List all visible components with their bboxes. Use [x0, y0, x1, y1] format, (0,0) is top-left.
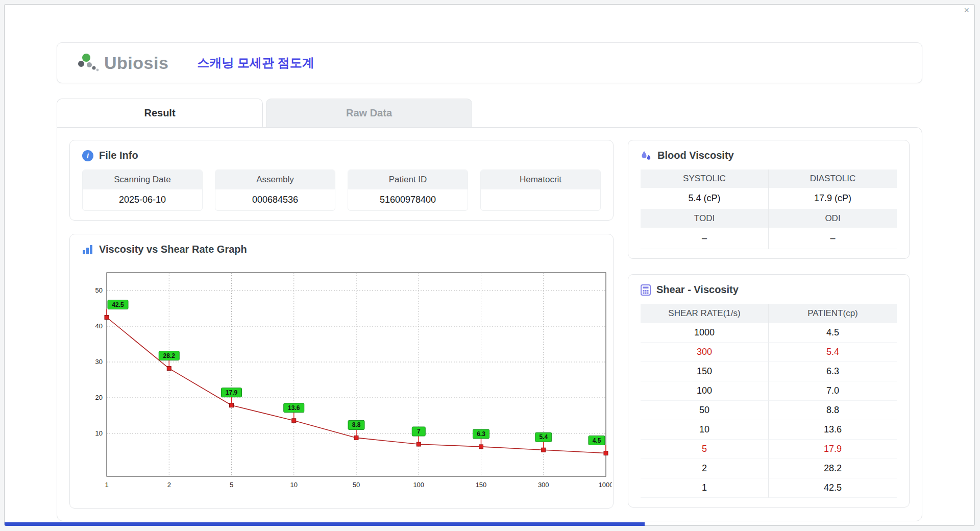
table-cell-shear: 300: [641, 343, 769, 362]
svg-text:13.6: 13.6: [288, 404, 300, 412]
shear-viscosity-title: Shear - Viscosity: [656, 284, 739, 296]
field-value: 2025-06-10: [83, 189, 202, 210]
blood-viscosity-grid: SYSTOLIC DIASTOLIC 5.4 (cP) 17.9 (cP) TO…: [641, 170, 897, 249]
table-cell-shear: 150: [641, 362, 769, 381]
field-label: Hematocrit: [481, 170, 600, 189]
bv-label-todi: TODI: [641, 209, 769, 228]
info-icon: i: [82, 150, 93, 161]
viscosity-graph-card: Viscosity vs Shear Rate Graph 1020304050…: [69, 234, 614, 509]
table-cell-shear: 10: [641, 420, 769, 440]
table-cell-shear: 100: [641, 381, 769, 401]
page: Ubiosis 스캐닝 모세관 점도계 Result Raw Data: [5, 5, 974, 525]
field-value: [481, 189, 600, 210]
file-info-fields: Scanning Date 2025-06-10 Assembly 000684…: [82, 170, 601, 211]
table-cell-patient: 5.4: [769, 343, 897, 362]
logo: Ubiosis: [78, 52, 168, 74]
svg-text:50: 50: [95, 286, 103, 294]
svg-text:2: 2: [167, 481, 171, 489]
tab-content: i File Info Scanning Date 2025-06-10 Ass…: [57, 127, 922, 521]
app-window: × Ubiosis 스캐닝 모세관 점도계 Result Ra: [4, 4, 975, 526]
bv-label-systolic: SYSTOLIC: [641, 170, 769, 188]
svg-text:30: 30: [95, 358, 103, 366]
field-value: 000684536: [215, 189, 335, 210]
table-cell-patient: 8.8: [769, 401, 897, 420]
bv-value-todi: –: [641, 228, 769, 249]
table-cell-shear: 50: [641, 401, 769, 420]
field-patient-id: Patient ID 51600978400: [348, 170, 468, 211]
svg-text:6.3: 6.3: [477, 430, 485, 438]
svg-text:42.5: 42.5: [112, 301, 124, 308]
viscosity-chart-svg: 10203040501251050100150300100042.528.217…: [83, 266, 612, 493]
svg-text:17.9: 17.9: [226, 389, 238, 396]
tab-raw-data[interactable]: Raw Data: [266, 99, 472, 127]
table-cell-shear: 1000: [641, 323, 769, 343]
svg-text:50: 50: [353, 481, 360, 489]
bv-value-systolic: 5.4 (cP): [641, 188, 769, 209]
viscosity-chart: 10203040501251050100150300100042.528.217…: [82, 263, 601, 499]
svg-text:7: 7: [417, 428, 421, 435]
shear-viscosity-card: Shear - Viscosity SHEAR RATE(1/s) PATIEN…: [628, 274, 910, 508]
field-value: 51600978400: [348, 189, 468, 210]
svg-text:20: 20: [95, 394, 103, 401]
file-info-title: File Info: [99, 150, 138, 161]
table-cell-patient: 42.5: [769, 478, 897, 498]
calculator-icon: [641, 284, 651, 296]
column-header-shear-rate: SHEAR RATE(1/s): [641, 304, 769, 323]
table-cell-patient: 4.5: [769, 323, 897, 343]
bv-label-diastolic: DIASTOLIC: [769, 170, 897, 188]
field-label: Assembly: [215, 170, 335, 189]
blood-viscosity-card: Blood Viscosity SYSTOLIC DIASTOLIC 5.4 (…: [628, 140, 910, 259]
svg-text:150: 150: [476, 481, 487, 489]
logo-text: Ubiosis: [104, 53, 168, 73]
svg-text:1000: 1000: [599, 481, 612, 489]
svg-text:300: 300: [538, 481, 549, 489]
svg-text:8.8: 8.8: [352, 421, 361, 428]
svg-text:5.4: 5.4: [539, 433, 548, 441]
column-header-patient: PATIENT(cp): [769, 304, 897, 323]
tab-result-label: Result: [144, 107, 175, 119]
field-label: Scanning Date: [83, 170, 202, 189]
table-cell-patient: 28.2: [769, 459, 897, 478]
table-cell-patient: 6.3: [769, 362, 897, 381]
svg-text:10: 10: [95, 429, 103, 437]
table-cell-shear: 5: [641, 440, 769, 459]
close-icon[interactable]: ×: [964, 6, 969, 15]
page-title: 스캐닝 모세관 점도계: [197, 55, 314, 71]
table-cell-patient: 17.9: [769, 440, 897, 459]
field-hematocrit: Hematocrit: [480, 170, 601, 211]
header: Ubiosis 스캐닝 모세관 점도계: [57, 42, 922, 83]
field-label: Patient ID: [348, 170, 468, 189]
svg-text:40: 40: [95, 322, 103, 330]
bottom-accent-bar: [5, 522, 645, 526]
table-cell-patient: 7.0: [769, 381, 897, 401]
file-info-card: i File Info Scanning Date 2025-06-10 Ass…: [69, 140, 614, 221]
bv-value-diastolic: 17.9 (cP): [769, 188, 897, 209]
table-cell-shear: 2: [641, 459, 769, 478]
shear-viscosity-table: SHEAR RATE(1/s) PATIENT(cp) 1000 4.5 300…: [641, 304, 897, 498]
table-cell-shear: 1: [641, 478, 769, 498]
svg-text:1: 1: [105, 481, 108, 489]
svg-text:4.5: 4.5: [593, 437, 601, 444]
tab-bar: Result Raw Data: [57, 99, 922, 127]
graph-title: Viscosity vs Shear Rate Graph: [99, 244, 247, 255]
svg-text:100: 100: [413, 481, 424, 489]
droplets-icon: [641, 150, 652, 161]
bv-value-odi: –: [769, 228, 897, 249]
field-scanning-date: Scanning Date 2025-06-10: [82, 170, 203, 211]
svg-text:28.2: 28.2: [163, 352, 176, 359]
svg-text:10: 10: [290, 481, 298, 489]
table-cell-patient: 13.6: [769, 420, 897, 440]
field-assembly: Assembly 000684536: [215, 170, 335, 211]
blood-viscosity-title: Blood Viscosity: [657, 150, 734, 161]
tab-raw-data-label: Raw Data: [346, 107, 392, 119]
svg-text:5: 5: [230, 481, 233, 489]
logo-mark-icon: [78, 52, 101, 74]
tab-result[interactable]: Result: [57, 99, 263, 127]
bar-chart-icon: [82, 245, 93, 255]
bv-label-odi: ODI: [769, 209, 897, 228]
